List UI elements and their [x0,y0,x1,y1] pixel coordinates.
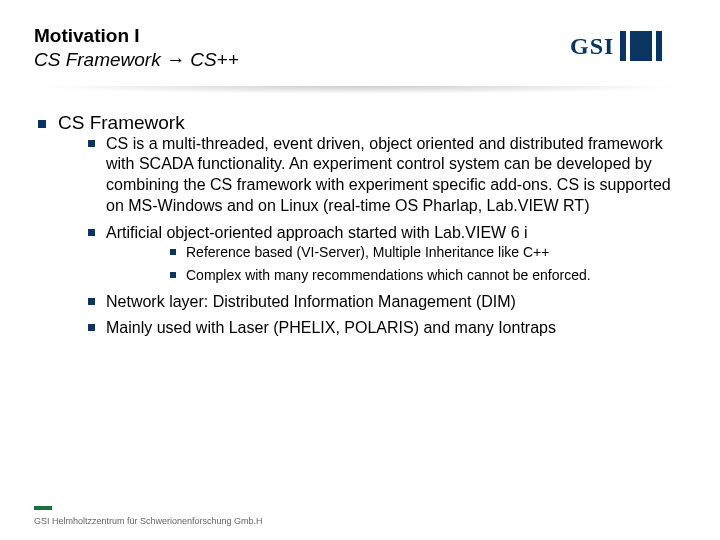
bullet-l2: CS is a multi-threaded, event driven, ob… [106,134,672,217]
bullet-l2a-text: CS is a multi-threaded, event driven, ob… [106,135,671,214]
bullet-l1-text: CS Framework [58,112,185,133]
bullet-l1: CS Framework CS is a multi-threaded, eve… [58,112,672,340]
slide-subtitle: CS Framework → CS++ [34,48,720,72]
bullet-l2: Mainly used with Laser (PHELIX, POLARIS)… [106,318,672,339]
bullet-l3a-text: Reference based (VI-Server), Multiple In… [186,244,549,260]
bullet-l2b-text: Artificial object-oriented approach star… [106,224,528,241]
bullet-l3: Reference based (VI-Server), Multiple In… [186,243,672,263]
footer-accent-bar [34,506,52,510]
bullet-l2d-text: Mainly used with Laser (PHELIX, POLARIS)… [106,319,556,336]
bullet-l2c-text: Network layer: Distributed Information M… [106,293,516,310]
bullet-l3: Complex with many recommendations which … [186,266,672,286]
footer-text: GSI Helmholtzzentrum für Schwerionenfors… [34,516,263,526]
slide-body: CS Framework CS is a multi-threaded, eve… [0,94,720,340]
slide-title: Motivation I [34,24,720,48]
bullet-l2: Network layer: Distributed Information M… [106,292,672,313]
bullet-l2: Artificial object-oriented approach star… [106,223,672,286]
slide-header: Motivation I CS Framework → CS++ [0,0,720,80]
bullet-l3b-text: Complex with many recommendations which … [186,267,591,283]
header-divider [34,86,686,94]
